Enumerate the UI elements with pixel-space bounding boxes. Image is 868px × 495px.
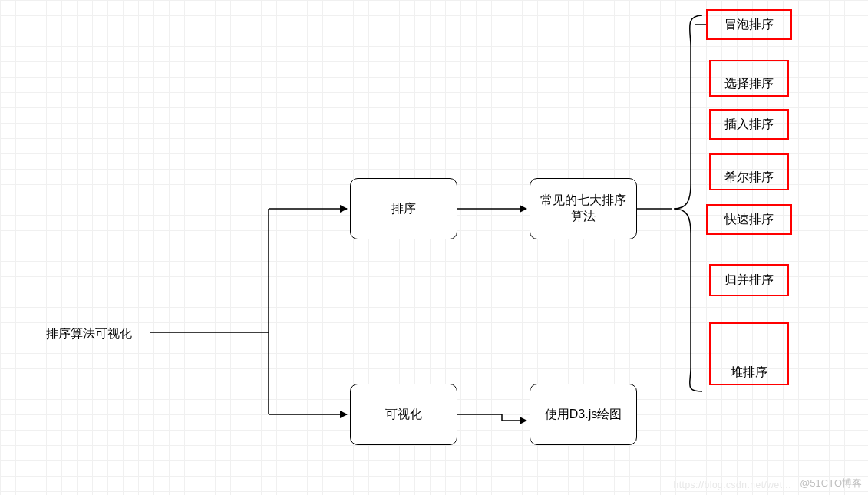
watermark-faint: https://blog.csdn.net/wet... bbox=[674, 480, 791, 490]
algo-merge-label: 归并排序 bbox=[724, 272, 774, 289]
edge-viz-to-d3 bbox=[457, 414, 526, 421]
sort-box-label: 排序 bbox=[391, 201, 416, 217]
d3-box: 使用D3.js绘图 bbox=[530, 384, 637, 445]
seven-algorithms-label: 常见的七大排序算法 bbox=[535, 193, 632, 225]
viz-box-label: 可视化 bbox=[385, 407, 422, 423]
diagram-canvas: 排序算法可视化 排序 常见的七大排序算法 可视化 使用D3.js绘图 冒泡排序 … bbox=[0, 0, 868, 495]
algo-heap-label: 堆排序 bbox=[731, 365, 767, 381]
algo-shell-label: 希尔排序 bbox=[724, 170, 774, 186]
algo-selection-label: 选择排序 bbox=[724, 76, 774, 92]
algo-quick-label: 快速排序 bbox=[724, 212, 774, 228]
sort-box: 排序 bbox=[350, 178, 457, 239]
seven-algorithms-box: 常见的七大排序算法 bbox=[530, 178, 637, 239]
d3-box-label: 使用D3.js绘图 bbox=[545, 407, 622, 423]
curly-brace bbox=[674, 15, 702, 391]
watermark: @51CTO博客 bbox=[800, 477, 862, 490]
algo-bubble-label: 冒泡排序 bbox=[724, 17, 774, 33]
root-label: 排序算法可视化 bbox=[46, 325, 132, 342]
algo-quick: 快速排序 bbox=[706, 204, 792, 235]
algo-bubble: 冒泡排序 bbox=[706, 9, 792, 40]
viz-box: 可视化 bbox=[350, 384, 457, 445]
algo-shell: 希尔排序 bbox=[709, 153, 789, 190]
algo-insertion-label: 插入排序 bbox=[724, 117, 774, 133]
algo-insertion: 插入排序 bbox=[709, 109, 789, 140]
algo-heap: 堆排序 bbox=[709, 322, 789, 385]
algo-merge: 归并排序 bbox=[709, 264, 789, 296]
algo-selection: 选择排序 bbox=[709, 60, 789, 97]
